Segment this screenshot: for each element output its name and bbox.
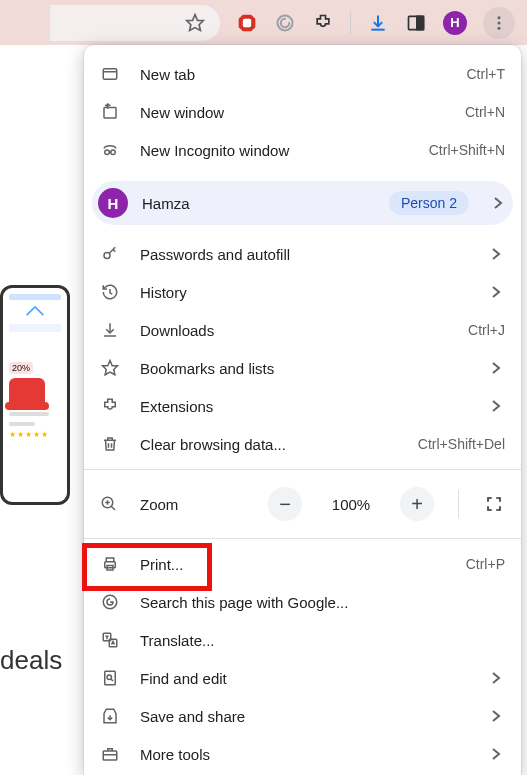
menu-divider	[84, 538, 521, 539]
menu-item-bookmarks[interactable]: Bookmarks and lists	[84, 349, 521, 387]
menu-item-extensions[interactable]: Extensions	[84, 387, 521, 425]
download-icon	[100, 321, 120, 339]
google-icon	[100, 593, 120, 611]
menu-label: Search this page with Google...	[140, 594, 505, 611]
svg-point-3	[278, 15, 293, 30]
menu-shortcut: Ctrl+J	[468, 322, 505, 338]
svg-rect-5	[417, 16, 424, 29]
zoom-value: 100%	[322, 496, 380, 513]
extensions-icon[interactable]	[312, 12, 334, 34]
menu-item-incognito[interactable]: New Incognito window Ctrl+Shift+N	[84, 131, 521, 169]
menu-shortcut: Ctrl+P	[466, 556, 505, 572]
menu-item-translate[interactable]: Translate...	[84, 621, 521, 659]
zoom-label: Zoom	[140, 496, 248, 513]
menu-label: New tab	[140, 66, 447, 83]
new-tab-icon	[100, 65, 120, 83]
menu-shortcut: Ctrl+Shift+N	[429, 142, 505, 158]
adblock-icon[interactable]	[236, 12, 258, 34]
chevron-right-icon	[491, 710, 505, 722]
svg-point-12	[111, 150, 116, 155]
translate-icon	[100, 631, 120, 649]
menu-item-more-tools[interactable]: More tools	[84, 735, 521, 773]
menu-label: Print...	[140, 556, 446, 573]
menu-item-find[interactable]: Find and edit	[84, 659, 521, 697]
omnibox-end	[50, 5, 220, 41]
chrome-menu-button[interactable]	[483, 7, 515, 39]
zoom-in-button[interactable]: +	[400, 487, 434, 521]
discount-badge: 20%	[9, 362, 33, 374]
history-icon	[100, 283, 120, 301]
zoom-out-button[interactable]: −	[268, 487, 302, 521]
menu-item-search-google[interactable]: Search this page with Google...	[84, 583, 521, 621]
svg-rect-9	[103, 69, 117, 80]
profile-avatar-toolbar[interactable]: H	[443, 11, 467, 35]
incognito-icon	[100, 141, 120, 159]
menu-label: New window	[140, 104, 445, 121]
menu-label: Save and share	[140, 708, 471, 725]
svg-rect-10	[104, 108, 116, 119]
toolbar-separator	[350, 12, 351, 34]
svg-point-8	[498, 26, 501, 29]
product-thumb	[9, 378, 45, 406]
browser-toolbar: H	[0, 0, 527, 45]
menu-item-new-window[interactable]: New window Ctrl+N	[84, 93, 521, 131]
page-heading-fragment: deals	[0, 645, 62, 676]
zoom-icon	[100, 495, 120, 513]
svg-point-13	[104, 253, 110, 259]
find-icon	[100, 669, 120, 687]
profile-badge: Person 2	[389, 191, 469, 215]
star-outline-icon	[100, 359, 120, 377]
menu-label: History	[140, 284, 471, 301]
chevron-right-icon	[491, 248, 505, 260]
downloads-toolbar-icon[interactable]	[367, 12, 389, 34]
svg-point-6	[498, 16, 501, 19]
menu-label: Downloads	[140, 322, 448, 339]
key-icon	[100, 245, 120, 263]
sidepanel-icon[interactable]	[405, 12, 427, 34]
puzzle-icon	[100, 397, 120, 415]
promo-phone-mock: 20% ★★★★★	[0, 285, 70, 505]
chrome-menu: New tab Ctrl+T New window Ctrl+N New Inc…	[84, 45, 521, 775]
menu-item-print[interactable]: Print... Ctrl+P	[84, 545, 521, 583]
menu-label: Extensions	[140, 398, 471, 415]
menu-item-downloads[interactable]: Downloads Ctrl+J	[84, 311, 521, 349]
chevron-right-icon	[491, 748, 505, 760]
fullscreen-button[interactable]	[483, 495, 505, 513]
chevron-right-icon	[493, 197, 503, 209]
menu-item-history[interactable]: History	[84, 273, 521, 311]
menu-label: Bookmarks and lists	[140, 360, 471, 377]
menu-item-profile[interactable]: H Hamza Person 2	[92, 181, 513, 225]
trash-icon	[100, 435, 120, 453]
svg-point-7	[498, 21, 501, 24]
menu-label: Clear browsing data...	[140, 436, 398, 453]
menu-shortcut: Ctrl+N	[465, 104, 505, 120]
svg-marker-0	[187, 14, 204, 30]
print-icon	[100, 555, 120, 573]
svg-point-11	[105, 150, 110, 155]
profile-avatar: H	[98, 188, 128, 218]
toolbox-icon	[100, 745, 120, 763]
refresh-ext-icon[interactable]	[274, 12, 296, 34]
menu-item-new-tab[interactable]: New tab Ctrl+T	[84, 55, 521, 93]
menu-item-clear-data[interactable]: Clear browsing data... Ctrl+Shift+Del	[84, 425, 521, 463]
menu-item-zoom: Zoom − 100% +	[84, 476, 521, 532]
menu-item-save-share[interactable]: Save and share	[84, 697, 521, 735]
menu-divider	[84, 469, 521, 470]
star-icon[interactable]	[184, 12, 206, 34]
svg-rect-2	[243, 18, 251, 26]
menu-label: More tools	[140, 746, 471, 763]
menu-shortcut: Ctrl+T	[467, 66, 506, 82]
save-icon	[100, 707, 120, 725]
menu-label: Translate...	[140, 632, 505, 649]
chevron-right-icon	[491, 400, 505, 412]
svg-marker-14	[103, 361, 118, 375]
chevron-right-icon	[491, 362, 505, 374]
menu-label: New Incognito window	[140, 142, 409, 159]
menu-label: Passwords and autofill	[140, 246, 471, 263]
profile-name: Hamza	[142, 195, 375, 212]
zoom-separator	[458, 490, 459, 518]
menu-shortcut: Ctrl+Shift+Del	[418, 436, 505, 452]
chevron-right-icon	[491, 672, 505, 684]
menu-item-passwords[interactable]: Passwords and autofill	[84, 235, 521, 273]
svg-rect-21	[105, 671, 116, 685]
